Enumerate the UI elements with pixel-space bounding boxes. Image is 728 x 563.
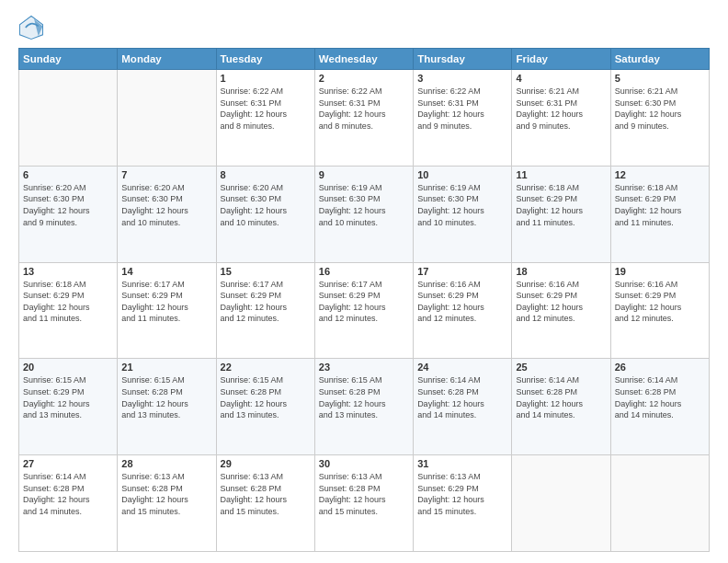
day-number: 20 [23, 362, 113, 373]
col-header-monday: Monday [118, 49, 216, 70]
day-number: 3 [417, 73, 507, 84]
day-number: 10 [417, 169, 507, 180]
day-info: Sunrise: 6:17 AM Sunset: 6:29 PM Dayligh… [319, 279, 409, 325]
calendar-cell: 9Sunrise: 6:19 AM Sunset: 6:30 PM Daylig… [314, 166, 413, 262]
day-info: Sunrise: 6:13 AM Sunset: 6:28 PM Dayligh… [319, 471, 409, 517]
calendar-table: SundayMondayTuesdayWednesdayThursdayFrid… [18, 48, 710, 552]
day-number: 15 [221, 266, 311, 277]
col-header-saturday: Saturday [610, 49, 709, 70]
day-info: Sunrise: 6:14 AM Sunset: 6:28 PM Dayligh… [23, 471, 113, 517]
calendar-cell: 7Sunrise: 6:20 AM Sunset: 6:30 PM Daylig… [118, 166, 216, 262]
logo [18, 15, 48, 40]
day-info: Sunrise: 6:14 AM Sunset: 6:28 PM Dayligh… [417, 374, 507, 420]
day-number: 7 [121, 169, 211, 180]
day-number: 13 [23, 266, 113, 277]
day-number: 14 [121, 266, 211, 277]
day-number: 24 [417, 362, 507, 373]
calendar-cell [512, 455, 610, 552]
day-info: Sunrise: 6:19 AM Sunset: 6:30 PM Dayligh… [319, 182, 409, 228]
day-info: Sunrise: 6:18 AM Sunset: 6:29 PM Dayligh… [23, 279, 113, 325]
day-info: Sunrise: 6:15 AM Sunset: 6:28 PM Dayligh… [221, 374, 311, 420]
day-number: 12 [615, 169, 705, 180]
page: SundayMondayTuesdayWednesdayThursdayFrid… [0, 0, 728, 563]
col-header-friday: Friday [512, 49, 610, 70]
calendar-cell: 5Sunrise: 6:21 AM Sunset: 6:30 PM Daylig… [610, 70, 709, 167]
day-info: Sunrise: 6:18 AM Sunset: 6:29 PM Dayligh… [516, 182, 606, 228]
day-number: 30 [319, 458, 409, 469]
day-info: Sunrise: 6:13 AM Sunset: 6:28 PM Dayligh… [221, 471, 311, 517]
calendar-cell: 17Sunrise: 6:16 AM Sunset: 6:29 PM Dayli… [414, 262, 512, 359]
week-row-4: 20Sunrise: 6:15 AM Sunset: 6:29 PM Dayli… [19, 359, 710, 455]
day-info: Sunrise: 6:16 AM Sunset: 6:29 PM Dayligh… [417, 279, 507, 325]
day-number: 18 [516, 266, 606, 277]
day-info: Sunrise: 6:17 AM Sunset: 6:29 PM Dayligh… [121, 279, 211, 325]
calendar-cell [19, 70, 118, 167]
col-header-sunday: Sunday [19, 49, 118, 70]
day-info: Sunrise: 6:14 AM Sunset: 6:28 PM Dayligh… [615, 374, 705, 420]
calendar-cell: 14Sunrise: 6:17 AM Sunset: 6:29 PM Dayli… [118, 262, 216, 359]
day-info: Sunrise: 6:20 AM Sunset: 6:30 PM Dayligh… [221, 182, 311, 228]
day-number: 22 [221, 362, 311, 373]
calendar-cell: 1Sunrise: 6:22 AM Sunset: 6:31 PM Daylig… [216, 70, 314, 167]
day-info: Sunrise: 6:14 AM Sunset: 6:28 PM Dayligh… [516, 374, 606, 420]
header-row: SundayMondayTuesdayWednesdayThursdayFrid… [19, 49, 710, 70]
day-number: 27 [23, 458, 113, 469]
calendar-cell: 12Sunrise: 6:18 AM Sunset: 6:29 PM Dayli… [610, 166, 709, 262]
col-header-thursday: Thursday [414, 49, 512, 70]
day-number: 4 [516, 73, 606, 84]
day-number: 25 [516, 362, 606, 373]
calendar-cell: 23Sunrise: 6:15 AM Sunset: 6:28 PM Dayli… [314, 359, 413, 455]
week-row-5: 27Sunrise: 6:14 AM Sunset: 6:28 PM Dayli… [19, 455, 710, 552]
day-info: Sunrise: 6:17 AM Sunset: 6:29 PM Dayligh… [221, 279, 311, 325]
day-number: 26 [615, 362, 705, 373]
day-info: Sunrise: 6:22 AM Sunset: 6:31 PM Dayligh… [417, 86, 507, 132]
calendar-cell: 22Sunrise: 6:15 AM Sunset: 6:28 PM Dayli… [216, 359, 314, 455]
day-number: 5 [615, 73, 705, 84]
calendar-cell: 6Sunrise: 6:20 AM Sunset: 6:30 PM Daylig… [19, 166, 118, 262]
day-info: Sunrise: 6:20 AM Sunset: 6:30 PM Dayligh… [121, 182, 211, 228]
calendar-cell: 20Sunrise: 6:15 AM Sunset: 6:29 PM Dayli… [19, 359, 118, 455]
day-number: 19 [615, 266, 705, 277]
calendar-cell [610, 455, 709, 552]
day-number: 9 [319, 169, 409, 180]
day-info: Sunrise: 6:22 AM Sunset: 6:31 PM Dayligh… [319, 86, 409, 132]
calendar-cell: 10Sunrise: 6:19 AM Sunset: 6:30 PM Dayli… [414, 166, 512, 262]
calendar-cell: 18Sunrise: 6:16 AM Sunset: 6:29 PM Dayli… [512, 262, 610, 359]
calendar-cell: 31Sunrise: 6:13 AM Sunset: 6:29 PM Dayli… [414, 455, 512, 552]
calendar-cell: 25Sunrise: 6:14 AM Sunset: 6:28 PM Dayli… [512, 359, 610, 455]
day-number: 17 [417, 266, 507, 277]
day-number: 21 [121, 362, 211, 373]
day-info: Sunrise: 6:13 AM Sunset: 6:28 PM Dayligh… [121, 471, 211, 517]
calendar-cell: 3Sunrise: 6:22 AM Sunset: 6:31 PM Daylig… [414, 70, 512, 167]
day-number: 2 [319, 73, 409, 84]
header [18, 15, 710, 40]
calendar-cell: 21Sunrise: 6:15 AM Sunset: 6:28 PM Dayli… [118, 359, 216, 455]
col-header-tuesday: Tuesday [216, 49, 314, 70]
calendar-cell: 16Sunrise: 6:17 AM Sunset: 6:29 PM Dayli… [314, 262, 413, 359]
calendar-cell: 11Sunrise: 6:18 AM Sunset: 6:29 PM Dayli… [512, 166, 610, 262]
col-header-wednesday: Wednesday [314, 49, 413, 70]
day-number: 31 [417, 458, 507, 469]
week-row-1: 1Sunrise: 6:22 AM Sunset: 6:31 PM Daylig… [19, 70, 710, 167]
week-row-2: 6Sunrise: 6:20 AM Sunset: 6:30 PM Daylig… [19, 166, 710, 262]
day-info: Sunrise: 6:21 AM Sunset: 6:31 PM Dayligh… [516, 86, 606, 132]
calendar-cell: 4Sunrise: 6:21 AM Sunset: 6:31 PM Daylig… [512, 70, 610, 167]
day-number: 11 [516, 169, 606, 180]
day-info: Sunrise: 6:18 AM Sunset: 6:29 PM Dayligh… [615, 182, 705, 228]
day-number: 1 [221, 73, 311, 84]
day-number: 8 [221, 169, 311, 180]
day-info: Sunrise: 6:15 AM Sunset: 6:28 PM Dayligh… [121, 374, 211, 420]
day-info: Sunrise: 6:16 AM Sunset: 6:29 PM Dayligh… [615, 279, 705, 325]
calendar-cell: 26Sunrise: 6:14 AM Sunset: 6:28 PM Dayli… [610, 359, 709, 455]
calendar-cell: 27Sunrise: 6:14 AM Sunset: 6:28 PM Dayli… [19, 455, 118, 552]
calendar-cell: 29Sunrise: 6:13 AM Sunset: 6:28 PM Dayli… [216, 455, 314, 552]
calendar-cell [118, 70, 216, 167]
calendar-cell: 13Sunrise: 6:18 AM Sunset: 6:29 PM Dayli… [19, 262, 118, 359]
day-number: 28 [121, 458, 211, 469]
calendar-cell: 2Sunrise: 6:22 AM Sunset: 6:31 PM Daylig… [314, 70, 413, 167]
week-row-3: 13Sunrise: 6:18 AM Sunset: 6:29 PM Dayli… [19, 262, 710, 359]
day-number: 16 [319, 266, 409, 277]
day-info: Sunrise: 6:13 AM Sunset: 6:29 PM Dayligh… [417, 471, 507, 517]
day-info: Sunrise: 6:15 AM Sunset: 6:29 PM Dayligh… [23, 374, 113, 420]
calendar-cell: 19Sunrise: 6:16 AM Sunset: 6:29 PM Dayli… [610, 262, 709, 359]
